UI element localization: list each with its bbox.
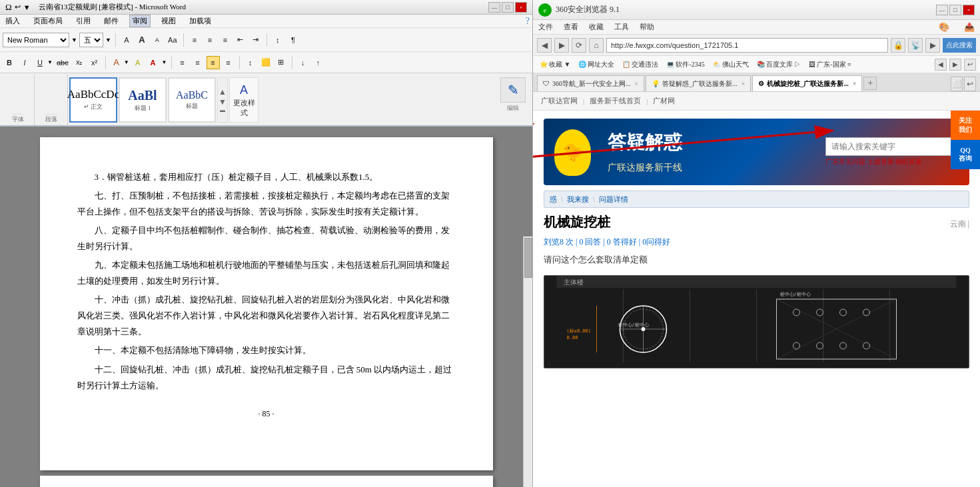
edit-big-btn[interactable]: ✎ xyxy=(500,77,526,103)
browser-refresh-btn[interactable]: ⟳ xyxy=(572,38,586,53)
format-btn-A[interactable]: A xyxy=(120,33,133,47)
change-styles-btn[interactable]: A 更改样式 xyxy=(229,77,258,123)
format-strikethrough[interactable]: abc xyxy=(55,56,71,69)
styles-scroll-btn[interactable]: ▲ ▼ ▬ xyxy=(217,77,228,123)
line-spacing[interactable]: ↕ xyxy=(244,56,257,69)
tab-machine-drill-close[interactable]: × xyxy=(853,80,857,87)
word-scrollbar[interactable] xyxy=(523,237,532,487)
menu-help-icon[interactable]: ? xyxy=(526,16,530,27)
menu-references[interactable]: 引用 xyxy=(73,15,93,27)
text-effect[interactable]: A xyxy=(110,56,123,69)
page-nav-guanglian[interactable]: 广联达官网 xyxy=(538,95,580,107)
underline-dropdown[interactable]: ▼ xyxy=(47,59,53,65)
browser-tab-prev-btn[interactable]: ◀ xyxy=(935,59,947,71)
breadcrumb-infer[interactable]: 惑 xyxy=(550,195,557,205)
browser-url-input[interactable] xyxy=(606,38,888,53)
bookmark-software[interactable]: 💻 软件-2345 xyxy=(664,59,707,71)
breadcrumb-detail[interactable]: 问题详情 xyxy=(599,195,628,205)
format-superscript[interactable]: x² xyxy=(88,56,101,69)
bookmark-baidu-library[interactable]: 📚 百度文库 ▷ xyxy=(754,59,804,71)
para-btn-numbering[interactable]: ≡ xyxy=(203,33,217,47)
browser-minimize-btn[interactable]: — xyxy=(936,5,948,15)
page-nav-service[interactable]: 服务新干线首页 xyxy=(587,95,644,107)
browser-back-btn[interactable]: ◀ xyxy=(537,38,552,53)
format-bold[interactable]: B xyxy=(3,56,16,69)
indent-decrease[interactable]: ↓ xyxy=(296,56,310,69)
align-right[interactable]: ≡ xyxy=(222,56,235,69)
tab-add-btn[interactable]: + xyxy=(863,77,877,90)
browser-skin-icon[interactable]: 🎨 xyxy=(939,22,949,33)
browser-forward-btn[interactable]: ▶ xyxy=(554,38,569,53)
word-maximize-btn[interactable]: □ xyxy=(502,2,514,13)
bookmark-favorites[interactable]: ⭐ 收藏 ▼ xyxy=(537,59,573,71)
browser-menu-file[interactable]: 文件 xyxy=(538,22,553,32)
tab-answers-close[interactable]: × xyxy=(741,80,745,87)
browser-close-btn[interactable]: × xyxy=(963,5,975,15)
page-nav-materials[interactable]: 广材网 xyxy=(650,95,678,107)
browser-menu-view[interactable]: 查看 xyxy=(564,22,578,32)
browser-home-btn[interactable]: ⌂ xyxy=(589,38,604,53)
browser-search-btn[interactable]: 点此搜索 xyxy=(943,38,976,53)
browser-menu-help[interactable]: 帮助 xyxy=(640,22,654,32)
font-color[interactable]: A xyxy=(147,56,160,69)
quick-link-civil[interactable]: 土建算量 xyxy=(867,158,894,165)
para-btn-bullets[interactable]: ≡ xyxy=(188,33,201,47)
shade-color[interactable]: 🟨 xyxy=(259,56,272,69)
bookmark-traffic[interactable]: 📋 交通违法 xyxy=(620,59,661,71)
browser-go-btn[interactable]: ▶ xyxy=(925,38,940,53)
bookmark-guangdong[interactable]: 🖼 广东-国家 ≡ xyxy=(806,59,853,71)
quick-link-rebar[interactable]: 钢筋算量 xyxy=(895,158,922,165)
menu-mailings[interactable]: 邮件 xyxy=(101,15,121,27)
tab-machine-drill[interactable]: ⚙ 机械旋挖桩_广联达服务新... × xyxy=(752,75,862,91)
tab-360nav-close[interactable]: × xyxy=(635,80,639,87)
browser-menu-tools[interactable]: 工具 xyxy=(614,22,629,32)
menu-view[interactable]: 视图 xyxy=(159,15,179,27)
browser-menu-bookmarks[interactable]: 收藏 xyxy=(589,22,604,32)
format-btn-clear[interactable]: Aa xyxy=(166,33,179,47)
align-left[interactable]: ≡ xyxy=(176,56,189,69)
font-name-select[interactable]: New Roman xyxy=(3,33,69,47)
para-btn-multilevel[interactable]: ≡ xyxy=(219,33,232,47)
menu-review[interactable]: 审阅 xyxy=(129,15,151,27)
bookmark-weather[interactable]: ⛅ 佛山天气 xyxy=(710,59,751,71)
word-quick-dropdown[interactable]: ▼ xyxy=(23,3,31,11)
menu-insert[interactable]: 插入 xyxy=(3,15,23,27)
browser-secure-icon[interactable]: 🔒 xyxy=(891,38,905,53)
para-btn-sort[interactable]: ↕ xyxy=(271,33,284,47)
format-subscript[interactable]: x₂ xyxy=(73,56,86,69)
word-doc-area[interactable]: 3．钢管桩送桩，套用相应打（压）桩定额子目，人工、机械乘以系数1.5。 七、打、… xyxy=(0,127,532,487)
breadcrumb-search[interactable]: 我来搜 xyxy=(567,195,589,205)
quick-link-guangdong[interactable]: 广东常见问题 xyxy=(825,158,865,165)
highlight-color[interactable]: A xyxy=(131,56,145,69)
para-btn-indent-dec[interactable]: ⇤ xyxy=(234,33,247,47)
menu-addins[interactable]: 加载项 xyxy=(187,15,214,27)
style-card-heading1[interactable]: AaBl 标题 1 xyxy=(119,77,167,123)
tab-answers[interactable]: 💡 答疑解惑_广联达服务新... × xyxy=(646,75,751,91)
para-btn-show[interactable]: ¶ xyxy=(286,33,300,47)
borders[interactable]: ⊞ xyxy=(274,56,288,69)
align-justify[interactable]: ≡ xyxy=(207,56,220,69)
browser-share-icon[interactable]: 📤 xyxy=(964,22,975,33)
font-size-select[interactable]: 五号 xyxy=(79,33,103,47)
font-size-dropdown-icon[interactable]: ▼ xyxy=(105,37,111,43)
follow-us-btn[interactable]: 关注我们 xyxy=(951,111,980,140)
qq-consult-btn[interactable]: QQ咨询 xyxy=(951,140,980,169)
text-effect-dropdown[interactable]: ▼ xyxy=(124,59,129,65)
format-italic[interactable]: I xyxy=(18,56,31,69)
word-close-btn[interactable]: × xyxy=(515,2,527,13)
browser-tabmgr-btn1[interactable]: ⬜ xyxy=(951,77,963,91)
browser-undo-btn[interactable]: ↩ xyxy=(964,59,976,71)
font-color-dropdown[interactable]: ▼ xyxy=(162,59,167,65)
style-card-normal[interactable]: AaBbCcDc ↵ 正文 xyxy=(69,77,117,123)
banner-search-input[interactable] xyxy=(825,137,959,156)
indent-increase[interactable]: ↑ xyxy=(312,56,325,69)
browser-rss-icon[interactable]: 📡 xyxy=(908,38,923,53)
format-underline[interactable]: U xyxy=(33,56,47,69)
menu-page-layout[interactable]: 页面布局 xyxy=(31,15,65,27)
word-minimize-btn[interactable]: — xyxy=(488,2,500,13)
browser-tab-next-btn[interactable]: ▶ xyxy=(949,59,961,71)
para-btn-indent-inc[interactable]: ⇥ xyxy=(249,33,262,47)
tab-360nav[interactable]: 🛡 360导航_新一代安全上网... × xyxy=(537,75,644,91)
style-card-heading[interactable]: AaBbC 标题 xyxy=(168,77,216,123)
font-name-dropdown-icon[interactable]: ▼ xyxy=(71,37,77,43)
